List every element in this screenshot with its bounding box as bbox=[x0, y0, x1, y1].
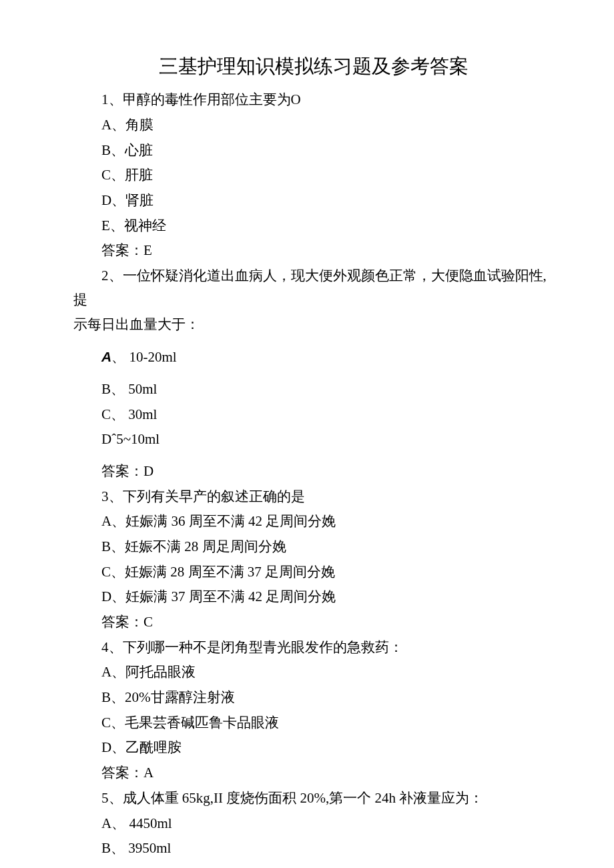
q4-stem: 4、下列哪一种不是闭角型青光眼发作的急救药： bbox=[73, 636, 554, 660]
q4-option-a: A、阿托品眼液 bbox=[73, 661, 554, 685]
q1-option-b: B、心脏 bbox=[73, 139, 554, 163]
q2-option-a-prefix: A bbox=[101, 349, 111, 364]
q5-stem: 5、成人体重 65kg,II 度烧伤面积 20%,第一个 24h 补液量应为： bbox=[73, 787, 554, 811]
page-title: 三基护理知识模拟练习题及参考答案 bbox=[73, 50, 554, 83]
q3-option-c: C、妊娠满 28 周至不满 37 足周间分娩 bbox=[73, 560, 554, 584]
q2-option-a-suffix: 、 10-20ml bbox=[111, 349, 176, 365]
q2-option-b: B、 50ml bbox=[73, 378, 554, 402]
q4-option-b: B、20%甘露醇注射液 bbox=[73, 686, 554, 710]
q1-option-d: D、肾脏 bbox=[73, 189, 554, 213]
q4-answer: 答案：A bbox=[73, 761, 554, 785]
q5-option-c: C、 3450ml bbox=[73, 862, 554, 868]
q2-option-d: Dˆ5~10ml bbox=[73, 428, 554, 452]
q1-option-e: E、视神经 bbox=[73, 214, 554, 238]
q3-answer: 答案：C bbox=[73, 610, 554, 634]
q2-stem-part2: 示每日出血量大于： bbox=[73, 313, 554, 337]
q1-answer: 答案：E bbox=[73, 239, 554, 263]
q4-option-d: D、乙酰哩胺 bbox=[73, 736, 554, 760]
q5-option-a: A、 4450ml bbox=[73, 812, 554, 836]
q4-option-c: C、毛果芸香碱匹鲁卡品眼液 bbox=[73, 711, 554, 735]
q3-option-a: A、妊娠满 36 周至不满 42 足周间分娩 bbox=[73, 510, 554, 534]
q2-answer: 答案：D bbox=[73, 460, 554, 484]
q5-option-b: B、 3950ml bbox=[73, 837, 554, 861]
q2-option-a: A、 10-20ml bbox=[73, 345, 554, 370]
q2-stem-part1: 2、一位怀疑消化道出血病人，现大便外观颜色正常，大便隐血试验阳性,提 bbox=[73, 264, 554, 312]
q3-option-b: B、妊娠不满 28 周足周间分娩 bbox=[73, 535, 554, 559]
q1-option-a: A、角膜 bbox=[73, 113, 554, 137]
q3-stem: 3、下列有关早产的叙述正确的是 bbox=[73, 485, 554, 509]
q1-stem: 1、甲醇的毒性作用部位主要为O bbox=[73, 88, 554, 112]
q3-option-d: D、妊娠满 37 周至不满 42 足周间分娩 bbox=[73, 585, 554, 609]
q1-option-c: C、肝脏 bbox=[73, 163, 554, 187]
q2-option-c: C、 30ml bbox=[73, 403, 554, 427]
